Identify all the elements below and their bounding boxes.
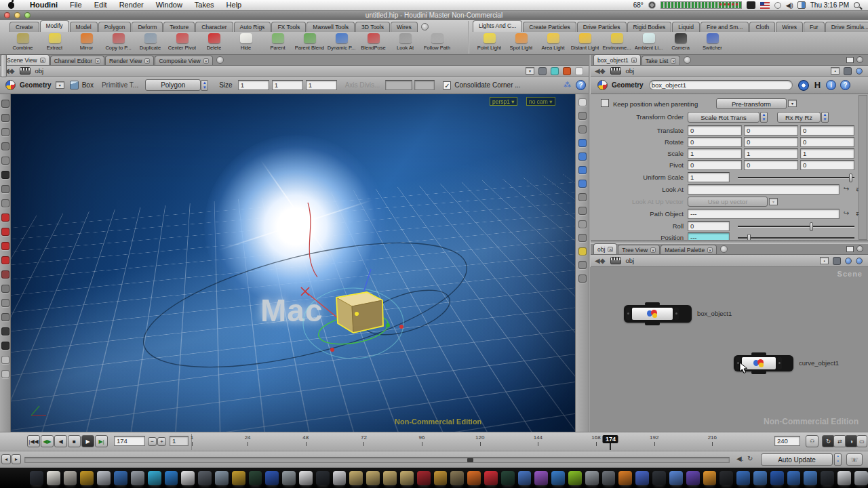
rotate-x-field[interactable]: 0 [688, 137, 742, 147]
dock-icon[interactable] [618, 471, 632, 485]
translate-x-field[interactable]: 0 [688, 125, 742, 136]
dock-icon[interactable] [837, 471, 851, 485]
net-network-icon[interactable] [610, 257, 621, 264]
cpu-meter-icon[interactable] [660, 1, 742, 9]
net-link-dropdown[interactable]: ▪ [820, 257, 829, 264]
menu-item-file[interactable]: File [64, 1, 88, 9]
shelf-tab-wires[interactable]: Wires [391, 22, 418, 32]
shelf-tab-cloth[interactable]: Cloth [749, 22, 775, 32]
dock-icon[interactable] [383, 471, 397, 485]
recook-icon[interactable]: ↻ [747, 455, 753, 462]
toolbar-icon[interactable] [1, 114, 9, 122]
node-input-tab[interactable] [645, 302, 660, 306]
toolbar-icon[interactable] [1, 100, 9, 108]
size-z-field[interactable]: 1 [306, 80, 337, 90]
node-left-flag[interactable] [626, 308, 631, 320]
dock-icon[interactable] [854, 471, 868, 485]
dock-icon[interactable] [232, 471, 245, 485]
pivot-z-field[interactable]: 0 [800, 160, 854, 170]
menu-item-houdini[interactable]: Houdini [24, 1, 64, 9]
dock-icon[interactable] [316, 471, 330, 485]
shelf-tool-combine[interactable]: Combine [7, 32, 39, 55]
shelf-tab-modify[interactable]: Modify [40, 20, 69, 32]
reverse-play-button[interactable]: ◀ [54, 435, 67, 447]
dock-icon[interactable] [30, 471, 43, 485]
shelf-tab-maxwell-tools[interactable]: Maxwell Tools [307, 22, 355, 32]
volume-icon[interactable]: ◀)) [786, 2, 793, 9]
pane-menu-icon[interactable] [856, 56, 863, 63]
shelf-tab-fur[interactable]: Fur [804, 22, 825, 32]
auto-update-spinner[interactable]: ▪▪ [834, 453, 842, 466]
shelf-tab-create-particles[interactable]: Create Particles [523, 22, 576, 32]
pretransform-arrow[interactable]: ▾ [788, 100, 797, 107]
toolbar-icon[interactable] [1, 270, 9, 279]
translate-z-field[interactable]: 0 [800, 125, 854, 136]
shelf-tab-model[interactable]: Model [70, 22, 98, 32]
frame-increment-button[interactable]: + [157, 437, 166, 446]
snapshot-icon[interactable] [575, 67, 583, 75]
rotate-z-field[interactable]: 0 [800, 137, 854, 147]
dock-icon[interactable] [467, 471, 481, 485]
dock-icon[interactable] [585, 471, 599, 485]
dock-icon[interactable] [366, 471, 380, 485]
dock-icon[interactable] [299, 471, 313, 485]
shelf-tab-3d-tools[interactable]: 3D Tools [355, 22, 390, 32]
shelf-tab-drive-particles[interactable]: Drive Particles [577, 22, 627, 32]
toolbar-icon[interactable] [578, 220, 587, 228]
pane-maximize-icon[interactable] [846, 57, 854, 63]
toolbar-icon[interactable] [578, 207, 587, 215]
menu-item-render[interactable]: Render [113, 1, 150, 9]
shelf-tool-dynamic-p-[interactable]: Dynamic P... [326, 32, 357, 55]
stop-button[interactable]: ■ [68, 435, 81, 447]
current-frame-field[interactable]: 174 [114, 436, 145, 446]
toolbar-icon[interactable] [578, 234, 587, 242]
node-right-flag[interactable] [777, 357, 782, 369]
sync-icon[interactable] [774, 2, 781, 9]
dock-icon[interactable] [821, 471, 834, 485]
toolbar-icon[interactable] [1, 370, 9, 378]
toolbar-icon[interactable] [1, 128, 9, 136]
dock-icon[interactable] [148, 471, 161, 485]
param-jump-icon[interactable] [856, 68, 863, 75]
path-object-field[interactable]: --- [688, 209, 840, 219]
node-box-object1[interactable]: box_object1 [624, 305, 692, 323]
shelf-tool-area-light[interactable]: Area Light [537, 32, 569, 55]
pane-tab-obj[interactable]: obj× [593, 243, 617, 254]
node-body[interactable] [632, 308, 673, 320]
close-icon[interactable]: × [95, 58, 100, 64]
window-titlebar[interactable]: untitled.hip - Houdini Master Non-Commer… [0, 11, 868, 20]
close-icon[interactable]: × [203, 58, 209, 64]
op-pick-icon[interactable]: ↪ [844, 185, 849, 192]
pane-tab-take-list[interactable]: Take List× [642, 56, 681, 65]
shelf-tool-spot-light[interactable]: Spot Light [505, 32, 537, 55]
shelf-tab-wires[interactable]: Wires [776, 22, 803, 32]
menu-item-window[interactable]: Window [150, 1, 189, 9]
pane-tab-add-button[interactable] [216, 56, 224, 64]
param-scrollbar[interactable] [859, 95, 867, 240]
menu-item-takes[interactable]: Takes [189, 1, 220, 9]
shelf-tool-hide[interactable]: Hide [230, 32, 262, 55]
shelf-tab-rigid-bodies[interactable]: Rigid Bodies [627, 22, 672, 32]
look-at-field[interactable] [688, 184, 840, 195]
link-dropdown[interactable]: ▾ [526, 67, 534, 75]
pane-tab-material-palette[interactable]: Material Palette× [660, 245, 717, 254]
param-back-arrow-icon[interactable]: ◀◆ [595, 67, 605, 75]
toolbar-icon[interactable] [578, 112, 587, 120]
dock-icon[interactable] [349, 471, 363, 485]
toolbar-icon[interactable] [1, 299, 9, 307]
toolbar-icon[interactable] [578, 274, 587, 283]
pin-icon[interactable] [538, 67, 547, 75]
shelf-tab-fx-tools[interactable]: FX Tools [271, 22, 306, 32]
range-slider-right-button[interactable]: ▸ [12, 454, 21, 464]
toolbar-icon[interactable] [578, 166, 587, 174]
net-zoom-icon[interactable] [856, 258, 863, 264]
memory-monitor-button[interactable]: ☏ [846, 453, 863, 466]
dock-icon[interactable] [198, 471, 212, 485]
dock-icon[interactable] [114, 471, 127, 485]
step-forward-button[interactable]: ▶| [95, 435, 108, 447]
close-icon[interactable]: × [671, 58, 676, 64]
shelf-tab-drive-simula-[interactable]: Drive Simula... [825, 22, 868, 32]
dock-icon[interactable] [602, 471, 616, 485]
dock-icon[interactable] [450, 471, 464, 485]
dock-icon[interactable] [770, 471, 784, 485]
